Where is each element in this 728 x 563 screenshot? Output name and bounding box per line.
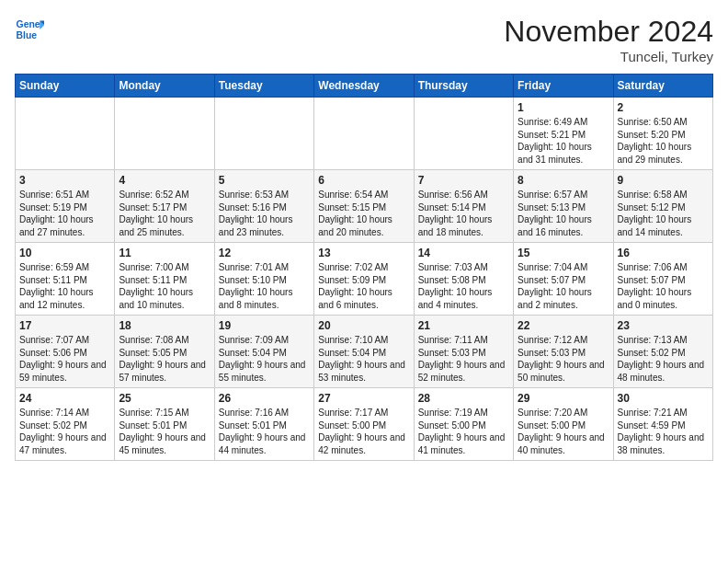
- day-number: 22: [518, 319, 609, 332]
- day-info: Daylight: 10 hours and 27 minutes.: [19, 213, 110, 238]
- calendar-cell: 18Sunrise: 7:08 AMSunset: 5:05 PMDayligh…: [115, 316, 214, 388]
- day-number: 24: [19, 392, 110, 405]
- day-number: 17: [19, 319, 110, 332]
- day-number: 25: [119, 392, 210, 405]
- day-info: Sunrise: 7:17 AM: [318, 407, 409, 419]
- day-info: Sunrise: 7:21 AM: [618, 407, 709, 419]
- day-info: Sunrise: 6:56 AM: [418, 189, 509, 201]
- day-info: Sunset: 5:04 PM: [318, 347, 409, 360]
- weekday-tuesday: Tuesday: [214, 75, 313, 98]
- calendar-cell: 25Sunrise: 7:15 AMSunset: 5:01 PMDayligh…: [115, 388, 214, 461]
- day-info: Sunset: 5:09 PM: [318, 274, 409, 287]
- day-info: Sunset: 5:15 PM: [318, 201, 409, 214]
- day-number: 15: [518, 247, 609, 259]
- day-number: 19: [219, 319, 310, 332]
- calendar-cell: 6Sunrise: 6:54 AMSunset: 5:15 PMDaylight…: [314, 170, 414, 243]
- day-info: Sunrise: 7:12 AM: [518, 334, 609, 347]
- weekday-thursday: Thursday: [414, 75, 513, 98]
- day-info: Daylight: 9 hours and 47 minutes.: [19, 431, 110, 456]
- calendar-cell: 17Sunrise: 7:07 AMSunset: 5:06 PMDayligh…: [16, 316, 115, 388]
- day-info: Daylight: 9 hours and 44 minutes.: [219, 431, 310, 456]
- day-info: Daylight: 9 hours and 41 minutes.: [418, 431, 509, 456]
- day-number: 23: [618, 319, 709, 332]
- day-number: 12: [219, 247, 310, 259]
- day-info: Daylight: 10 hours and 12 minutes.: [19, 286, 110, 311]
- day-info: Sunset: 5:00 PM: [318, 419, 409, 432]
- day-info: Daylight: 9 hours and 55 minutes.: [219, 359, 310, 384]
- day-info: Sunrise: 7:13 AM: [618, 334, 709, 347]
- week-row-4: 17Sunrise: 7:07 AMSunset: 5:06 PMDayligh…: [16, 316, 713, 388]
- day-number: 7: [418, 174, 509, 187]
- title-block: November 2024 Tunceli, Turkey: [504, 15, 713, 64]
- day-info: Sunrise: 7:08 AM: [119, 334, 210, 347]
- day-number: 9: [618, 174, 709, 187]
- week-row-3: 10Sunrise: 6:59 AMSunset: 5:11 PMDayligh…: [16, 243, 713, 316]
- day-info: Daylight: 10 hours and 8 minutes.: [219, 286, 310, 311]
- calendar-cell: 2Sunrise: 6:50 AMSunset: 5:20 PMDaylight…: [613, 98, 712, 170]
- week-row-1: 1Sunrise: 6:49 AMSunset: 5:21 PMDaylight…: [16, 98, 713, 170]
- calendar-cell: 23Sunrise: 7:13 AMSunset: 5:02 PMDayligh…: [613, 316, 712, 388]
- day-number: 29: [518, 392, 609, 405]
- day-info: Sunrise: 7:06 AM: [618, 261, 709, 274]
- day-number: 18: [119, 319, 210, 332]
- day-number: 6: [318, 174, 409, 187]
- day-info: Sunset: 5:01 PM: [219, 419, 310, 432]
- day-info: Sunset: 5:07 PM: [618, 274, 709, 287]
- day-info: Daylight: 9 hours and 42 minutes.: [318, 431, 409, 456]
- day-info: Sunrise: 7:07 AM: [19, 334, 110, 347]
- calendar-cell: 22Sunrise: 7:12 AMSunset: 5:03 PMDayligh…: [514, 316, 613, 388]
- day-info: Sunset: 5:17 PM: [119, 201, 210, 214]
- day-number: 30: [618, 392, 709, 405]
- calendar-cell: 10Sunrise: 6:59 AMSunset: 5:11 PMDayligh…: [16, 243, 115, 316]
- calendar-cell: 11Sunrise: 7:00 AMSunset: 5:11 PMDayligh…: [115, 243, 214, 316]
- calendar-cell: 12Sunrise: 7:01 AMSunset: 5:10 PMDayligh…: [214, 243, 313, 316]
- calendar-cell: 16Sunrise: 7:06 AMSunset: 5:07 PMDayligh…: [613, 243, 712, 316]
- weekday-friday: Friday: [514, 75, 613, 98]
- day-info: Sunset: 5:07 PM: [518, 274, 609, 287]
- calendar-cell: 26Sunrise: 7:16 AMSunset: 5:01 PMDayligh…: [214, 388, 313, 461]
- calendar-cell: 29Sunrise: 7:20 AMSunset: 5:00 PMDayligh…: [514, 388, 613, 461]
- day-info: Daylight: 10 hours and 25 minutes.: [119, 213, 210, 238]
- calendar-cell: 1Sunrise: 6:49 AMSunset: 5:21 PMDaylight…: [514, 98, 613, 170]
- day-number: 11: [119, 247, 210, 259]
- day-info: Daylight: 9 hours and 52 minutes.: [418, 359, 509, 384]
- week-row-5: 24Sunrise: 7:14 AMSunset: 5:02 PMDayligh…: [16, 388, 713, 461]
- day-info: Sunrise: 6:54 AM: [318, 189, 409, 201]
- day-number: 13: [318, 247, 409, 259]
- day-info: Sunrise: 7:10 AM: [318, 334, 409, 347]
- day-info: Daylight: 10 hours and 6 minutes.: [318, 286, 409, 311]
- day-info: Daylight: 10 hours and 14 minutes.: [618, 213, 709, 238]
- day-info: Sunset: 5:03 PM: [418, 347, 509, 360]
- logo: General Blue: [15, 15, 44, 44]
- day-number: 8: [518, 174, 609, 187]
- weekday-sunday: Sunday: [16, 75, 115, 98]
- page-header: General Blue November 2024 Tunceli, Turk…: [15, 15, 713, 64]
- day-number: 14: [418, 247, 509, 259]
- day-info: Sunset: 5:06 PM: [19, 347, 110, 360]
- day-info: Sunrise: 6:52 AM: [119, 189, 210, 201]
- day-info: Sunset: 5:20 PM: [618, 129, 709, 142]
- day-number: 2: [618, 101, 709, 114]
- day-info: Daylight: 9 hours and 50 minutes.: [518, 359, 609, 384]
- day-info: Sunset: 5:00 PM: [418, 419, 509, 432]
- calendar-cell: [214, 98, 313, 170]
- calendar-cell: [115, 98, 214, 170]
- day-info: Sunrise: 7:00 AM: [119, 261, 210, 274]
- day-info: Sunrise: 7:19 AM: [418, 407, 509, 419]
- day-info: Sunset: 5:16 PM: [219, 201, 310, 214]
- day-info: Sunrise: 6:59 AM: [19, 261, 110, 274]
- day-info: Sunrise: 7:03 AM: [418, 261, 509, 274]
- weekday-monday: Monday: [115, 75, 214, 98]
- day-info: Sunset: 5:19 PM: [19, 201, 110, 214]
- day-info: Daylight: 9 hours and 48 minutes.: [618, 359, 709, 384]
- day-info: Sunset: 5:21 PM: [518, 129, 609, 142]
- calendar-cell: 8Sunrise: 6:57 AMSunset: 5:13 PMDaylight…: [514, 170, 613, 243]
- day-info: Daylight: 10 hours and 31 minutes.: [518, 141, 609, 166]
- week-row-2: 3Sunrise: 6:51 AMSunset: 5:19 PMDaylight…: [16, 170, 713, 243]
- day-info: Sunset: 5:05 PM: [119, 347, 210, 360]
- day-info: Daylight: 9 hours and 40 minutes.: [518, 431, 609, 456]
- day-info: Sunrise: 7:14 AM: [19, 407, 110, 419]
- calendar-cell: 4Sunrise: 6:52 AMSunset: 5:17 PMDaylight…: [115, 170, 214, 243]
- day-info: Daylight: 10 hours and 2 minutes.: [518, 286, 609, 311]
- day-number: 28: [418, 392, 509, 405]
